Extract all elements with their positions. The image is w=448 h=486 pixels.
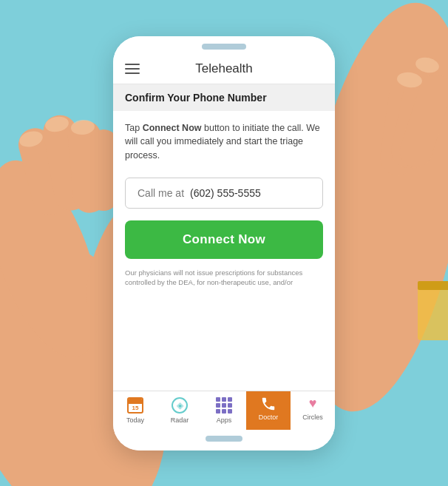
svg-rect-12 <box>388 59 444 171</box>
svg-rect-4 <box>41 112 90 213</box>
svg-rect-17 <box>418 281 448 290</box>
nav-item-today[interactable]: Today <box>113 391 157 430</box>
phone-bottom-bar <box>113 430 335 450</box>
app-content: Confirm Your Phone Number Tap Connect No… <box>113 84 335 391</box>
today-icon <box>126 396 145 415</box>
circles-label: Circles <box>302 414 323 421</box>
description-text: Tap Connect Now button to initiate the c… <box>113 111 335 173</box>
svg-point-15 <box>414 55 440 75</box>
nav-item-radar[interactable]: Radar <box>157 391 202 430</box>
nav-item-doctor[interactable]: Doctor <box>246 391 291 430</box>
svg-rect-13 <box>396 70 448 172</box>
connect-now-inline: Connect Now <box>143 123 202 133</box>
hamburger-menu-button[interactable] <box>125 64 140 74</box>
apps-label: Apps <box>217 416 232 424</box>
phone-speaker <box>202 44 246 50</box>
description-prefix: Tap <box>125 123 143 133</box>
disclaimer-text: Our physicians will not issue prescripti… <box>113 268 335 295</box>
doctor-icon <box>260 396 276 412</box>
svg-point-7 <box>18 129 44 149</box>
circles-icon: ♥ <box>305 396 321 412</box>
nav-item-circles[interactable]: ♥ Circles <box>291 391 335 430</box>
bottom-navigation: Today Radar Apps <box>113 391 335 430</box>
radar-icon <box>170 396 189 415</box>
phone-number-label: Call me at <box>138 187 184 199</box>
connect-now-button[interactable]: Connect Now <box>125 220 323 259</box>
apps-icon <box>214 396 234 415</box>
phone-number-value: (602) 555-5555 <box>190 187 261 199</box>
svg-point-8 <box>44 115 70 133</box>
svg-rect-16 <box>418 281 448 340</box>
page-title: Telehealth <box>152 61 296 76</box>
app-header: Telehealth <box>113 54 335 84</box>
doctor-label: Doctor <box>259 414 279 421</box>
svg-rect-11 <box>378 74 427 178</box>
radar-label: Radar <box>171 416 189 424</box>
svg-rect-3 <box>15 124 70 219</box>
section-heading: Confirm Your Phone Number <box>113 84 335 111</box>
phone-top-bar <box>113 36 335 54</box>
nav-item-apps[interactable]: Apps <box>202 391 246 430</box>
svg-point-14 <box>396 71 423 90</box>
phone-number-box: Call me at (602) 555-5555 <box>125 178 323 209</box>
phone-frame: Telehealth Confirm Your Phone Number Tap… <box>113 36 335 450</box>
svg-rect-5 <box>67 119 108 214</box>
phone-home-button <box>206 436 242 442</box>
svg-point-1 <box>0 146 121 371</box>
today-label: Today <box>126 416 144 424</box>
svg-point-9 <box>70 119 95 136</box>
